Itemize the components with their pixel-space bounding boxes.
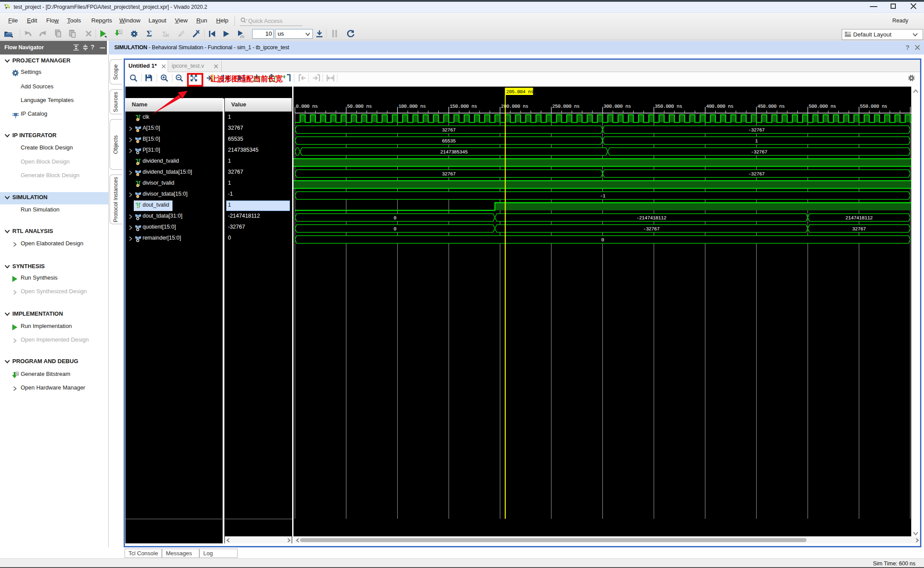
- svg-text:205.004 ns: 205.004 ns: [506, 90, 534, 95]
- svg-text:400.000 ns: 400.000 ns: [706, 104, 733, 109]
- svg-text:250.000 ns: 250.000 ns: [552, 104, 579, 109]
- svg-text:0: 0: [393, 216, 396, 221]
- svg-text:10: 10: [119, 32, 121, 34]
- svg-text:300.000 ns: 300.000 ns: [604, 104, 631, 109]
- svg-text:0.000 ns: 0.000 ns: [296, 104, 318, 109]
- svg-text:1: 1: [755, 139, 758, 144]
- svg-text:-32767: -32767: [748, 128, 765, 133]
- svg-text:32767: 32767: [852, 227, 866, 232]
- svg-text:Σ: Σ: [147, 29, 152, 38]
- svg-text:450.000 ns: 450.000 ns: [757, 104, 785, 109]
- svg-text:-1: -1: [600, 194, 605, 199]
- svg-text:0: 0: [601, 238, 604, 243]
- svg-text:-2147418112: -2147418112: [636, 216, 666, 221]
- svg-text:(T): (T): [240, 35, 244, 39]
- svg-text:500.000 ns: 500.000 ns: [809, 104, 836, 109]
- svg-text:10: 10: [16, 374, 18, 375]
- svg-text:32767: 32767: [442, 128, 455, 133]
- svg-text:-32767: -32767: [748, 172, 765, 177]
- svg-text:150.000 ns: 150.000 ns: [450, 104, 477, 109]
- svg-text:-32767: -32767: [751, 150, 767, 155]
- svg-text:-32767: -32767: [643, 227, 660, 232]
- svg-text:350.000 ns: 350.000 ns: [655, 104, 682, 109]
- svg-text:0: 0: [393, 227, 396, 232]
- svg-text:50.000 ns: 50.000 ns: [347, 104, 372, 109]
- svg-text:65535: 65535: [442, 139, 455, 144]
- svg-text:2147418112: 2147418112: [845, 216, 873, 221]
- svg-text:32767: 32767: [442, 172, 455, 177]
- svg-text:100.000 ns: 100.000 ns: [398, 104, 425, 109]
- svg-text:2147385345: 2147385345: [440, 150, 468, 155]
- svg-text:550.000 ns: 550.000 ns: [860, 104, 887, 109]
- svg-text:01: 01: [119, 30, 121, 32]
